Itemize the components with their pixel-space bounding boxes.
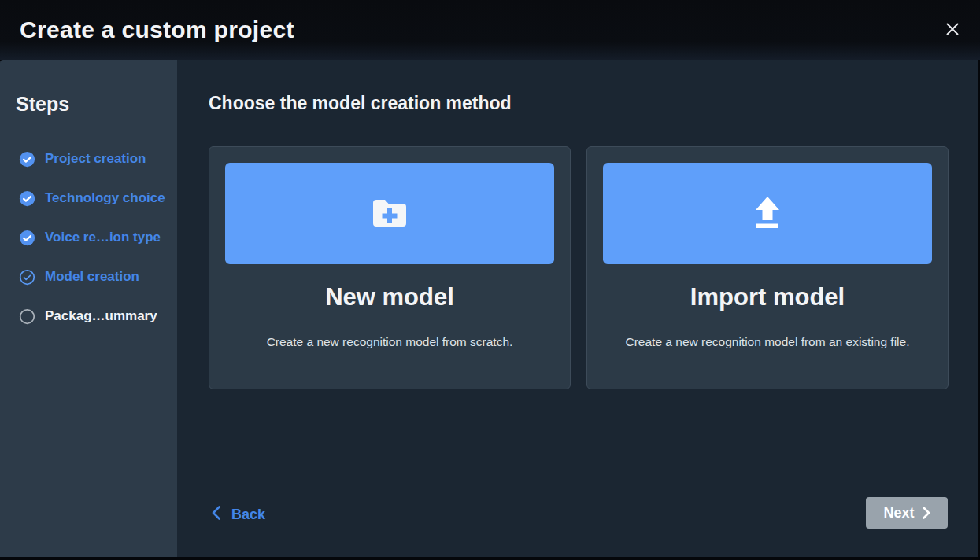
import-model-card[interactable]: Import model Create a new recognition mo… (586, 146, 949, 389)
new-model-card[interactable]: New model Create a new recognition model… (209, 146, 571, 389)
card-description: Create a new recognition model from an e… (603, 335, 932, 349)
steps-heading: Steps (16, 93, 177, 116)
next-label: Next (883, 505, 914, 521)
new-folder-icon (371, 197, 409, 231)
check-circle-icon (19, 151, 35, 168)
modal-header: Create a custom project (0, 0, 980, 60)
check-circle-outline-icon (19, 269, 35, 286)
steps-sidebar: Steps Project creation Technology choice… (0, 60, 177, 557)
sidebar-step-technology-choice[interactable]: Technology choice (0, 179, 177, 218)
main-panel: Choose the model creation method New mod… (177, 60, 978, 557)
close-icon[interactable] (944, 20, 961, 38)
card-row: New model Create a new recognition model… (209, 146, 949, 389)
card-title: Import model (603, 283, 932, 311)
page-title: Choose the model creation method (209, 93, 512, 114)
card-title: New model (225, 283, 554, 311)
modal-title: Create a custom project (20, 17, 294, 43)
back-button[interactable]: Back (212, 506, 265, 524)
sidebar-step-project-creation[interactable]: Project creation (0, 139, 177, 179)
sidebar-step-package-summary[interactable]: Packag…ummary (0, 297, 177, 336)
next-button[interactable]: Next (866, 497, 948, 529)
step-label: Technology choice (45, 190, 165, 206)
back-label: Back (231, 507, 265, 523)
modal-body: Steps Project creation Technology choice… (0, 60, 978, 557)
import-model-banner[interactable] (603, 163, 932, 264)
step-list: Project creation Technology choice Voice… (0, 139, 177, 336)
check-circle-icon (19, 230, 35, 246)
step-label: Model creation (45, 269, 139, 285)
check-circle-icon (19, 190, 35, 207)
empty-circle-icon (19, 308, 35, 325)
upload-icon (753, 196, 782, 232)
step-label: Project creation (45, 151, 146, 167)
sidebar-step-model-creation[interactable]: Model creation (0, 257, 177, 297)
card-description: Create a new recognition model from scra… (225, 335, 554, 349)
step-label: Packag…ummary (45, 308, 157, 324)
chevron-right-icon (923, 507, 930, 519)
new-model-banner[interactable] (225, 163, 554, 264)
step-label: Voice re…ion type (45, 230, 161, 245)
sidebar-step-voice-recognition-type[interactable]: Voice re…ion type (0, 218, 177, 257)
chevron-left-icon (212, 506, 220, 524)
